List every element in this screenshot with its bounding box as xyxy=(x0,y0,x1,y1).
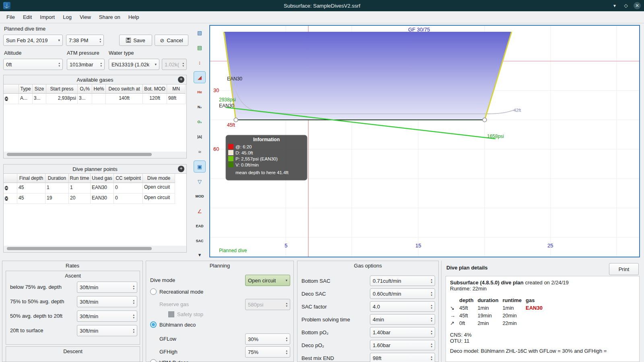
col-bot-mod[interactable]: Bot. MOD xyxy=(143,84,167,94)
spinner-arrows-icon[interactable]: ▴▾ xyxy=(429,291,432,296)
col-run-time[interactable]: Run time xyxy=(69,174,91,183)
menu-log[interactable]: Log xyxy=(59,12,76,22)
delete-point-icon[interactable]: ✕ xyxy=(5,186,8,190)
sac-factor-spinner[interactable]: 4.0 ▴▾ xyxy=(370,301,435,312)
spinner-arrows-icon[interactable]: ▴▾ xyxy=(98,37,101,43)
best-mix-end-spinner[interactable]: 98ft ▴▾ xyxy=(370,353,435,362)
deco-sac-spinner[interactable]: 0.60cuft/min ▴▾ xyxy=(370,288,435,299)
he-graph-icon[interactable]: He xyxy=(194,86,206,98)
sac-icon[interactable]: SAC xyxy=(194,235,206,247)
col-type[interactable]: Type xyxy=(19,84,33,94)
col-final-depth[interactable]: Final depth xyxy=(17,174,45,183)
bottom-po2-spinner[interactable]: 1.40bar ▴▾ xyxy=(370,327,435,337)
ead-icon[interactable]: EAD xyxy=(194,220,206,232)
tissue-delta-icon[interactable]: |Δ| xyxy=(194,131,206,143)
point-row[interactable]: ✕ 45 19 20 EAN30 0 Open circuit xyxy=(4,193,186,204)
dive-mode-select[interactable]: Open circuit ▾ xyxy=(245,275,290,286)
waypoint-handle[interactable] xyxy=(483,118,487,122)
menu-file[interactable]: File xyxy=(2,12,19,22)
vpmb-radio[interactable] xyxy=(150,359,157,362)
point-row[interactable]: ✕ 45 1 1 EAN30 0 Open circuit xyxy=(4,183,186,193)
spinner-arrows-icon[interactable]: ▴▾ xyxy=(57,62,60,67)
gas-row[interactable]: ✕ A... 3... 2,938psi 3... 140ft 120ft 98… xyxy=(4,94,186,104)
cancel-button[interactable]: ⊘ Cancel xyxy=(155,35,188,46)
problem-solving-spinner[interactable]: 4min ▴▾ xyxy=(370,314,435,325)
delete-gas-icon[interactable]: ✕ xyxy=(5,97,8,101)
map-icon[interactable]: ▧ xyxy=(194,27,206,39)
ascent-rate-spinner-1[interactable]: 30ft/min ▴▾ xyxy=(77,282,137,293)
tissues-icon[interactable]: ▽ xyxy=(194,175,206,187)
col-duration[interactable]: Duration xyxy=(45,174,69,183)
points-hscrollbar[interactable] xyxy=(7,247,152,250)
close-icon[interactable]: ✕ xyxy=(634,2,641,9)
gas-options-panel: Gas options Bottom SAC 0.71cuft/min ▴▾ D… xyxy=(297,261,439,362)
dc-ceiling-icon[interactable]: ↕ xyxy=(194,56,206,68)
save-button[interactable]: Save xyxy=(119,35,152,46)
altitude-spinner[interactable]: 0ft ▴▾ xyxy=(3,59,63,70)
bottom-sac-spinner[interactable]: 0.71cuft/min ▴▾ xyxy=(370,276,435,286)
col-deco-switch[interactable]: Deco switch at xyxy=(106,84,143,94)
menu-share-on[interactable]: Share on xyxy=(95,12,124,22)
spinner-arrows-icon[interactable]: ▴▾ xyxy=(429,329,432,335)
col-dive-mode[interactable]: Dive mode xyxy=(143,174,175,183)
waypoint-handle[interactable] xyxy=(234,118,238,122)
minimize-icon[interactable]: ▾ xyxy=(611,2,618,9)
atm-pressure-spinner[interactable]: 1013mbar ▴▾ xyxy=(67,59,105,70)
deco-po2-spinner[interactable]: 1.60bar ▴▾ xyxy=(370,340,435,350)
gflow-spinner[interactable]: 30% ▴▾ xyxy=(245,333,290,345)
ascent-rate-spinner-4[interactable]: 30ft/min ▴▾ xyxy=(77,325,137,336)
menu-help[interactable]: Help xyxy=(124,12,143,22)
gases-hscrollbar[interactable] xyxy=(7,153,152,156)
spinner-arrows-icon[interactable]: ▴▾ xyxy=(429,342,432,348)
spinner-arrows-icon[interactable]: ▴▾ xyxy=(429,355,432,361)
maximize-icon[interactable]: ◇ xyxy=(622,2,630,9)
gfhigh-spinner[interactable]: 75% ▴▾ xyxy=(245,346,290,358)
info-tooltip[interactable]: Information @: 6:20 D: 45.0ft P: 2,557ps… xyxy=(226,135,307,180)
water-type-select[interactable]: EN13319 (1.02k ▾ xyxy=(109,59,159,70)
dive-time-spinner[interactable]: 7:38 PM ▴▾ xyxy=(66,35,104,46)
col-used-gas[interactable]: Used gas xyxy=(91,174,114,183)
menu-import[interactable]: Import xyxy=(36,12,59,22)
col-start-press[interactable]: Start press xyxy=(46,84,78,94)
print-button[interactable]: Print xyxy=(609,263,639,275)
titlebar: ⚓ Subsurface: SampleDivesV2.ssrf ▾ ◇ ✕ xyxy=(0,0,644,11)
n2-graph-icon[interactable]: N₂ xyxy=(194,101,206,113)
spinner-arrows-icon[interactable]: ▴▾ xyxy=(284,349,287,355)
spinner-arrows-icon[interactable]: ▴▾ xyxy=(429,317,432,322)
plan-details-panel: Dive plan details Print Subsurface (4.8.… xyxy=(441,261,644,362)
spinner-arrows-icon[interactable]: ▴▾ xyxy=(131,328,134,333)
calculated-ceiling-icon[interactable]: ◢ xyxy=(194,71,206,83)
scroll-down-icon[interactable]: ▾ xyxy=(194,249,206,261)
menu-edit[interactable]: Edit xyxy=(19,12,36,22)
o2-graph-icon[interactable]: O₂ xyxy=(194,116,206,128)
spinner-arrows-icon[interactable]: ▴▾ xyxy=(429,278,432,284)
spinner-arrows-icon[interactable]: ▴▾ xyxy=(131,299,134,304)
ascent-rate-spinner-3[interactable]: 30ft/min ▴▾ xyxy=(77,311,137,322)
buhlmann-radio[interactable] xyxy=(150,321,157,328)
spinner-arrows-icon[interactable]: ▴▾ xyxy=(131,284,134,290)
heart-rate-icon[interactable]: ≈ xyxy=(194,146,206,158)
delete-point-icon[interactable]: ✕ xyxy=(5,196,8,201)
col-cc-setpoint[interactable]: CC setpoint xyxy=(114,174,143,183)
add-point-button[interactable]: + xyxy=(178,166,184,172)
spinner-arrows-icon[interactable]: ▴▾ xyxy=(99,62,102,67)
add-gas-button[interactable]: + xyxy=(178,76,184,83)
dive-profile-chart[interactable]: GF 30/75 EAN30 2938psi EAN30 45ft 1658ps… xyxy=(209,25,640,257)
menu-view[interactable]: View xyxy=(76,12,95,22)
spinner-arrows-icon[interactable]: ▴▾ xyxy=(429,304,432,309)
mod-icon[interactable]: MOD xyxy=(194,190,206,202)
spinner-arrows-icon[interactable]: ▴▾ xyxy=(131,313,134,319)
recreational-radio[interactable] xyxy=(150,288,157,295)
col-size[interactable]: Size xyxy=(33,84,46,94)
photos-icon[interactable]: ▣ xyxy=(194,160,206,173)
col-mn[interactable]: MN xyxy=(167,84,186,94)
planner-points-title: Dive planner points + xyxy=(4,165,186,173)
col-he[interactable]: He% xyxy=(92,84,106,94)
spinner-arrows-icon[interactable]: ▴▾ xyxy=(284,336,287,342)
col-o2[interactable]: O₂% xyxy=(78,84,92,94)
dive-date-select[interactable]: Sun Feb 24, 2019 ▾ xyxy=(3,35,63,46)
ruler-icon[interactable]: ∠ xyxy=(194,205,206,217)
picture-icon[interactable]: ▤ xyxy=(194,41,206,53)
legend-swatch xyxy=(228,156,233,161)
ascent-rate-spinner-2[interactable]: 30ft/min ▴▾ xyxy=(77,296,137,307)
